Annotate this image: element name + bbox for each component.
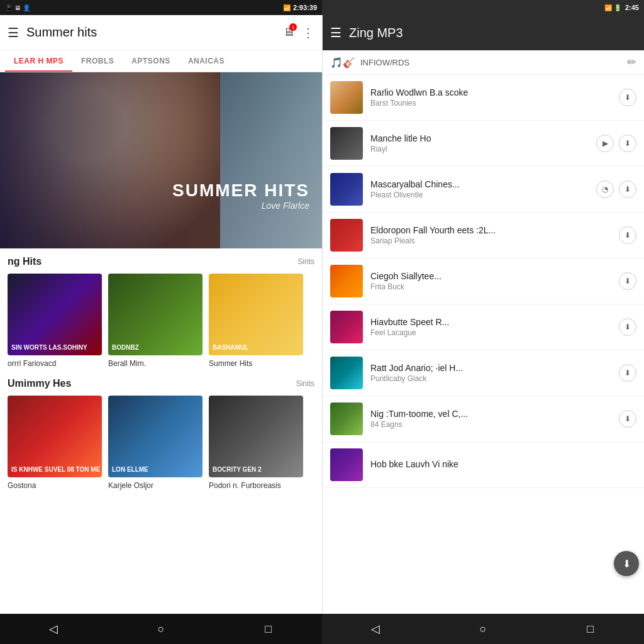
song-item-1[interactable]: Rarlio Wodlwn B.a scoke Barst Tounies ⬇ bbox=[323, 75, 644, 121]
album-card-2[interactable]: BODNBZ Berall Mim. bbox=[108, 274, 203, 368]
song-actions-5: ⬇ bbox=[619, 272, 636, 290]
song-item-9[interactable]: Hob bke Lauvh Vi nike bbox=[323, 442, 644, 488]
album-name-6: Podori n. Furboreasis bbox=[209, 481, 303, 490]
song-title-7: Ratt Jod Anario; ·iel H... bbox=[370, 363, 619, 373]
download-btn-6[interactable]: ⬇ bbox=[619, 318, 636, 336]
song-info-4: Eldoropon Fall Yourth eets :2L... Sariap… bbox=[370, 225, 619, 245]
album-thumb-3: BASHAMUL bbox=[209, 274, 303, 355]
album-name-5: Karjele Osljor bbox=[108, 481, 203, 490]
download-btn-1[interactable]: ⬇ bbox=[619, 89, 636, 106]
tabs-row: LEAR H MPS FROBLS APTSONS ANAICAS bbox=[0, 50, 322, 72]
album-thumb-text-5: LON ELLME bbox=[112, 466, 148, 474]
song-info-5: Ciegoh Siallytee... Frita Buck bbox=[370, 271, 619, 291]
albums-row-1: SIN WORTS LAS.SOHINY orrri Fariovacd BOD… bbox=[8, 274, 314, 368]
song-item-5[interactable]: Ciegoh Siallytee... Frita Buck ⬇ bbox=[323, 258, 644, 304]
notification-icon[interactable]: 🖥 1 bbox=[283, 26, 294, 39]
page-title: Summer hits bbox=[26, 25, 283, 40]
subheader-icon: 🎵🎸 bbox=[330, 57, 355, 69]
song-thumb-3 bbox=[330, 173, 363, 206]
section-umimmy-hes: Umimmy Hes Sinits IS KNHWE SUVEL 08 TON … bbox=[0, 370, 322, 492]
album-thumb-text-4: IS KNHWE SUVEL 08 TON ME bbox=[11, 466, 100, 474]
app-title: Zing MP3 bbox=[349, 26, 636, 40]
album-name-2: Berall Mim. bbox=[108, 359, 203, 368]
section1-title: ng Hits bbox=[8, 256, 42, 267]
left-home-button[interactable]: ○ bbox=[148, 616, 174, 641]
left-status-bar: 📱 🖥 👤 📶 2:93:39 bbox=[0, 0, 322, 15]
song-info-2: Manche litle Ho Riayl bbox=[370, 133, 596, 153]
left-recents-button[interactable]: □ bbox=[256, 616, 281, 641]
left-header: ☰ Summer hits 🖥 1 ⋮ bbox=[0, 15, 322, 50]
more-options-icon[interactable]: ⋮ bbox=[302, 25, 314, 40]
hero-banner: SUMMER HITS Love Flarlce bbox=[0, 72, 322, 248]
album-card-3[interactable]: BASHAMUL Summer Hits bbox=[209, 274, 303, 368]
song-info-9: Hob bke Lauvh Vi nike bbox=[370, 459, 636, 470]
tab-aptsons[interactable]: APTSONS bbox=[123, 50, 179, 72]
download-btn-2[interactable]: ⬇ bbox=[619, 135, 636, 152]
song-list: Rarlio Wodlwn B.a scoke Barst Tounies ⬇ … bbox=[323, 75, 644, 614]
section1-link[interactable]: Sirits bbox=[297, 257, 314, 266]
song-title-9: Hob bke Lauvh Vi nike bbox=[370, 459, 636, 469]
edit-icon[interactable]: ✏ bbox=[627, 55, 636, 69]
right-status-bar: 📶 🔋 2:45 bbox=[322, 0, 644, 15]
song-thumb-7 bbox=[330, 357, 363, 389]
song-item-2[interactable]: Manche litle Ho Riayl ▶ ⬇ bbox=[323, 121, 644, 167]
progress-btn-3[interactable]: ◔ bbox=[596, 180, 614, 198]
tab-lear-h-mps[interactable]: LEAR H MPS bbox=[5, 50, 72, 72]
song-title-1: Rarlio Wodlwn B.a scoke bbox=[370, 87, 619, 97]
left-menu-icon[interactable]: ☰ bbox=[8, 25, 19, 40]
download-btn-5[interactable]: ⬇ bbox=[619, 272, 636, 290]
album-thumb-4: IS KNHWE SUVEL 08 TON ME bbox=[8, 396, 102, 477]
right-home-button[interactable]: ○ bbox=[470, 616, 496, 641]
song-actions-4: ⬇ bbox=[619, 226, 636, 244]
right-header: ☰ Zing MP3 bbox=[323, 15, 644, 50]
left-content: SUMMER HITS Love Flarlce ng Hits Sirits … bbox=[0, 72, 322, 614]
download-btn-7[interactable]: ⬇ bbox=[619, 364, 636, 382]
song-item-4[interactable]: Eldoropon Fall Yourth eets :2L... Sariap… bbox=[323, 213, 644, 258]
section2-link[interactable]: Sinits bbox=[296, 379, 314, 388]
song-artist-4: Sariap Pleals bbox=[370, 236, 619, 245]
hero-title: SUMMER HITS bbox=[172, 180, 309, 201]
right-back-button[interactable]: ◁ bbox=[363, 616, 388, 641]
left-back-button[interactable]: ◁ bbox=[41, 616, 66, 641]
fab-download-button[interactable]: ⬇ bbox=[614, 551, 639, 576]
song-title-4: Eldoropon Fall Yourth eets :2L... bbox=[370, 225, 619, 235]
subheader-text: INFIOW/RDS bbox=[360, 58, 627, 67]
right-menu-icon[interactable]: ☰ bbox=[330, 25, 341, 40]
song-item-8[interactable]: Nig :Tum-toome, vel C,... 84 Eagns ⬇ bbox=[323, 396, 644, 442]
album-card-4[interactable]: IS KNHWE SUVEL 08 TON ME Gostona bbox=[8, 396, 102, 490]
song-title-2: Manche litle Ho bbox=[370, 133, 596, 143]
right-recents-button[interactable]: □ bbox=[578, 616, 603, 641]
hero-subtitle: Love Flarlce bbox=[172, 201, 309, 211]
song-item-6[interactable]: Hiavbutte Speet R... Feel Lacague ⬇ bbox=[323, 304, 644, 350]
tab-anaicas[interactable]: ANAICAS bbox=[179, 50, 233, 72]
album-thumb-text-1: SIN WORTS LAS.SOHINY bbox=[11, 344, 87, 352]
song-title-5: Ciegoh Siallytee... bbox=[370, 271, 619, 281]
song-item-3[interactable]: Mascaryalbal Chines... Pleast Oliventle … bbox=[323, 167, 644, 213]
left-signal-icon: 📶 bbox=[283, 4, 291, 11]
song-actions-6: ⬇ bbox=[619, 318, 636, 336]
album-name-4: Gostona bbox=[8, 481, 102, 490]
song-thumb-8 bbox=[330, 402, 363, 435]
download-btn-4[interactable]: ⬇ bbox=[619, 226, 636, 244]
song-artist-6: Feel Lacague bbox=[370, 328, 619, 337]
song-item-7[interactable]: Ratt Jod Anario; ·iel H... Puntlicaby Gl… bbox=[323, 350, 644, 396]
album-thumb-5: LON ELLME bbox=[108, 396, 203, 477]
song-info-1: Rarlio Wodlwn B.a scoke Barst Tounies bbox=[370, 87, 619, 108]
section-ng-hits: ng Hits Sirits SIN WORTS LAS.SOHINY orrr… bbox=[0, 248, 322, 370]
song-title-6: Hiavbutte Speet R... bbox=[370, 317, 619, 327]
album-name-1: orrri Fariovacd bbox=[8, 359, 102, 368]
album-card-5[interactable]: LON ELLME Karjele Osljor bbox=[108, 396, 203, 490]
song-actions-8: ⬇ bbox=[619, 410, 636, 428]
song-actions-3: ◔ ⬇ bbox=[596, 180, 636, 198]
song-info-3: Mascaryalbal Chines... Pleast Oliventle bbox=[370, 179, 596, 199]
left-status-icons: 📱 🖥 👤 bbox=[5, 4, 30, 11]
album-card-1[interactable]: SIN WORTS LAS.SOHINY orrri Fariovacd bbox=[8, 274, 102, 368]
album-thumb-2: BODNBZ bbox=[108, 274, 203, 355]
download-btn-3[interactable]: ⬇ bbox=[619, 180, 636, 198]
download-btn-8[interactable]: ⬇ bbox=[619, 410, 636, 428]
album-card-6[interactable]: BOCRITY GEN 2 Podori n. Furboreasis bbox=[209, 396, 303, 490]
play-btn-2[interactable]: ▶ bbox=[596, 135, 614, 152]
song-artist-7: Puntlicaby Glack bbox=[370, 374, 619, 383]
tab-frobls[interactable]: FROBLS bbox=[72, 50, 123, 72]
song-artist-8: 84 Eagns bbox=[370, 420, 619, 429]
